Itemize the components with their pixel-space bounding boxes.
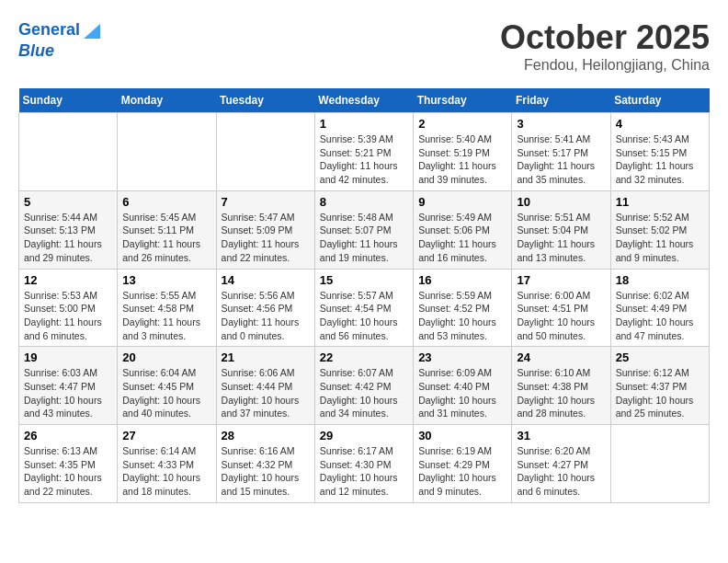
day-cell: 22Sunrise: 6:07 AM Sunset: 4:42 PM Dayli… (314, 347, 413, 425)
calendar-header-row: SundayMondayTuesdayWednesdayThursdayFrid… (19, 88, 710, 113)
location: Fendou, Heilongjiang, China (500, 57, 710, 74)
day-cell: 14Sunrise: 5:56 AM Sunset: 4:56 PM Dayli… (216, 269, 314, 347)
day-info: Sunrise: 6:02 AM Sunset: 4:49 PM Dayligh… (616, 289, 704, 343)
day-number: 11 (616, 195, 704, 209)
day-cell: 6Sunrise: 5:45 AM Sunset: 5:11 PM Daylig… (118, 190, 216, 269)
day-info: Sunrise: 6:03 AM Sunset: 4:47 PM Dayligh… (24, 366, 112, 420)
header-friday: Friday (512, 88, 610, 113)
day-number: 9 (418, 195, 506, 209)
day-cell (118, 113, 216, 191)
day-info: Sunrise: 5:43 AM Sunset: 5:15 PM Dayligh… (616, 132, 704, 187)
week-row-5: 26Sunrise: 6:13 AM Sunset: 4:35 PM Dayli… (19, 425, 710, 503)
logo-text-general: General (18, 21, 80, 40)
day-info: Sunrise: 5:49 AM Sunset: 5:06 PM Dayligh… (418, 211, 506, 265)
day-cell: 4Sunrise: 5:43 AM Sunset: 5:15 PM Daylig… (610, 113, 709, 191)
day-cell: 8Sunrise: 5:48 AM Sunset: 5:07 PM Daylig… (314, 190, 413, 269)
day-number: 24 (517, 350, 605, 364)
day-number: 8 (320, 195, 408, 209)
day-cell: 27Sunrise: 6:14 AM Sunset: 4:33 PM Dayli… (118, 425, 216, 503)
day-info: Sunrise: 5:48 AM Sunset: 5:07 PM Dayligh… (320, 211, 408, 265)
day-cell (19, 113, 118, 191)
day-info: Sunrise: 5:56 AM Sunset: 4:56 PM Dayligh… (222, 289, 310, 343)
day-number: 31 (517, 429, 605, 442)
day-info: Sunrise: 6:19 AM Sunset: 4:29 PM Dayligh… (418, 444, 506, 499)
day-number: 13 (122, 273, 210, 287)
day-info: Sunrise: 5:57 AM Sunset: 4:54 PM Dayligh… (320, 289, 408, 343)
day-cell: 19Sunrise: 6:03 AM Sunset: 4:47 PM Dayli… (19, 347, 118, 425)
day-cell: 17Sunrise: 6:00 AM Sunset: 4:51 PM Dayli… (512, 269, 610, 347)
day-number: 10 (517, 195, 605, 209)
day-info: Sunrise: 6:20 AM Sunset: 4:27 PM Dayligh… (517, 444, 605, 499)
day-info: Sunrise: 5:39 AM Sunset: 5:21 PM Dayligh… (320, 132, 408, 187)
day-cell: 26Sunrise: 6:13 AM Sunset: 4:35 PM Dayli… (19, 425, 118, 503)
header-saturday: Saturday (610, 88, 709, 113)
day-number: 6 (122, 195, 210, 209)
day-cell: 12Sunrise: 5:53 AM Sunset: 5:00 PM Dayli… (19, 269, 118, 347)
day-number: 3 (517, 117, 605, 131)
day-cell: 23Sunrise: 6:09 AM Sunset: 4:40 PM Dayli… (414, 347, 512, 425)
day-number: 21 (222, 350, 310, 364)
day-cell: 25Sunrise: 6:12 AM Sunset: 4:37 PM Dayli… (610, 347, 709, 425)
week-row-3: 12Sunrise: 5:53 AM Sunset: 5:00 PM Dayli… (19, 269, 710, 347)
page-header: General Blue October 2025 Fendou, Heilon… (18, 18, 710, 74)
day-cell: 11Sunrise: 5:52 AM Sunset: 5:02 PM Dayli… (610, 190, 709, 269)
day-cell: 7Sunrise: 5:47 AM Sunset: 5:09 PM Daylig… (216, 190, 314, 269)
day-cell: 20Sunrise: 6:04 AM Sunset: 4:45 PM Dayli… (118, 347, 216, 425)
day-cell: 15Sunrise: 5:57 AM Sunset: 4:54 PM Dayli… (314, 269, 413, 347)
day-number: 14 (222, 273, 310, 287)
day-cell: 30Sunrise: 6:19 AM Sunset: 4:29 PM Dayli… (414, 425, 512, 503)
header-wednesday: Wednesday (314, 88, 413, 113)
day-number: 1 (320, 117, 408, 131)
day-info: Sunrise: 6:17 AM Sunset: 4:30 PM Dayligh… (320, 444, 408, 499)
day-info: Sunrise: 5:41 AM Sunset: 5:17 PM Dayligh… (517, 132, 605, 187)
day-cell: 18Sunrise: 6:02 AM Sunset: 4:49 PM Dayli… (610, 269, 709, 347)
day-cell: 29Sunrise: 6:17 AM Sunset: 4:30 PM Dayli… (314, 425, 413, 503)
header-monday: Monday (118, 88, 216, 113)
day-number: 23 (418, 350, 506, 364)
day-info: Sunrise: 6:07 AM Sunset: 4:42 PM Dayligh… (320, 366, 408, 420)
header-sunday: Sunday (19, 88, 118, 113)
day-cell: 2Sunrise: 5:40 AM Sunset: 5:19 PM Daylig… (414, 113, 512, 191)
day-info: Sunrise: 5:53 AM Sunset: 5:00 PM Dayligh… (24, 289, 112, 343)
day-number: 4 (616, 117, 704, 131)
day-cell: 21Sunrise: 6:06 AM Sunset: 4:44 PM Dayli… (216, 347, 314, 425)
day-info: Sunrise: 6:10 AM Sunset: 4:38 PM Dayligh… (517, 366, 605, 420)
day-number: 7 (222, 195, 310, 209)
title-block: October 2025 Fendou, Heilongjiang, China (500, 18, 710, 74)
day-info: Sunrise: 5:47 AM Sunset: 5:09 PM Dayligh… (222, 211, 310, 265)
day-cell: 31Sunrise: 6:20 AM Sunset: 4:27 PM Dayli… (512, 425, 610, 503)
week-row-2: 5Sunrise: 5:44 AM Sunset: 5:13 PM Daylig… (19, 190, 710, 269)
day-cell: 13Sunrise: 5:55 AM Sunset: 4:58 PM Dayli… (118, 269, 216, 347)
logo-text-blue: Blue (18, 42, 54, 61)
day-info: Sunrise: 5:45 AM Sunset: 5:11 PM Dayligh… (122, 211, 210, 265)
calendar-table: SundayMondayTuesdayWednesdayThursdayFrid… (18, 88, 710, 503)
day-cell: 16Sunrise: 5:59 AM Sunset: 4:52 PM Dayli… (414, 269, 512, 347)
day-number: 26 (24, 429, 112, 442)
day-cell: 24Sunrise: 6:10 AM Sunset: 4:38 PM Dayli… (512, 347, 610, 425)
day-number: 5 (24, 195, 112, 209)
day-number: 27 (122, 429, 210, 442)
month-title: October 2025 (500, 18, 710, 57)
day-cell: 3Sunrise: 5:41 AM Sunset: 5:17 PM Daylig… (512, 113, 610, 191)
day-info: Sunrise: 5:44 AM Sunset: 5:13 PM Dayligh… (24, 211, 112, 265)
day-info: Sunrise: 5:51 AM Sunset: 5:04 PM Dayligh… (517, 211, 605, 265)
day-number: 16 (418, 273, 506, 287)
day-info: Sunrise: 6:12 AM Sunset: 4:37 PM Dayligh… (616, 366, 704, 420)
day-info: Sunrise: 6:16 AM Sunset: 4:32 PM Dayligh… (222, 444, 310, 499)
day-number: 15 (320, 273, 408, 287)
day-number: 20 (122, 350, 210, 364)
day-info: Sunrise: 5:40 AM Sunset: 5:19 PM Dayligh… (418, 132, 506, 187)
day-info: Sunrise: 6:04 AM Sunset: 4:45 PM Dayligh… (122, 366, 210, 420)
day-number: 25 (616, 350, 704, 364)
day-info: Sunrise: 6:09 AM Sunset: 4:40 PM Dayligh… (418, 366, 506, 420)
day-number: 19 (24, 350, 112, 364)
header-tuesday: Tuesday (216, 88, 314, 113)
day-info: Sunrise: 5:52 AM Sunset: 5:02 PM Dayligh… (616, 211, 704, 265)
logo-icon (84, 20, 100, 39)
day-number: 22 (320, 350, 408, 364)
day-cell (610, 425, 709, 503)
day-info: Sunrise: 5:55 AM Sunset: 4:58 PM Dayligh… (122, 289, 210, 343)
day-number: 18 (616, 273, 704, 287)
day-info: Sunrise: 6:00 AM Sunset: 4:51 PM Dayligh… (517, 289, 605, 343)
day-cell: 1Sunrise: 5:39 AM Sunset: 5:21 PM Daylig… (314, 113, 413, 191)
